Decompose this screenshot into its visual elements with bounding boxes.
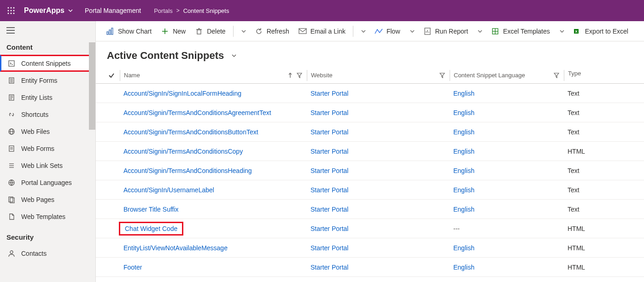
row-language[interactable]: English	[450, 109, 564, 116]
row-website[interactable]: Starter Portal	[307, 90, 450, 97]
select-all-check[interactable]	[103, 72, 120, 79]
row-website[interactable]: Starter Portal	[307, 128, 450, 136]
plus-icon	[161, 27, 169, 35]
run-report-button[interactable]: Run Report	[419, 21, 473, 41]
row-website[interactable]: Starter Portal	[307, 186, 450, 194]
show-chart-button[interactable]: Show Chart	[101, 21, 156, 41]
email-link-chevron[interactable]	[357, 21, 370, 41]
row-type: Text	[564, 206, 644, 213]
svg-rect-44	[299, 29, 306, 34]
row-name[interactable]: Footer	[120, 264, 307, 271]
svg-rect-36	[107, 32, 108, 35]
excel-templates-chevron[interactable]	[556, 21, 568, 41]
app-switch-chevron-icon[interactable]	[67, 7, 74, 14]
table-row[interactable]: Account/SignIn/SignInLocalFormHeadingSta…	[96, 84, 644, 103]
view-chevron-icon[interactable]	[230, 52, 238, 59]
sidebar-item-shortcuts[interactable]: Shortcuts	[0, 106, 95, 123]
svg-rect-37	[109, 30, 111, 35]
sidebar-item-web-link-sets[interactable]: Web Link Sets	[0, 157, 95, 174]
col-header-language[interactable]: Content Snippet Language	[450, 70, 564, 81]
breadcrumb-parent[interactable]: Portals	[154, 7, 172, 14]
col-header-website[interactable]: Website	[307, 70, 450, 81]
sidebar-item-portal-languages[interactable]: Portal Languages	[0, 174, 95, 191]
row-website[interactable]: Starter Portal	[307, 264, 450, 271]
row-name[interactable]: Account/Signin/TermsAndConditionsHeading	[120, 167, 307, 174]
delete-chevron[interactable]	[237, 21, 250, 41]
sidebar-item-web-templates[interactable]: Web Templates	[0, 208, 95, 225]
svg-point-2	[13, 7, 15, 9]
run-report-chevron[interactable]	[474, 21, 486, 41]
row-type: HTML	[564, 244, 644, 252]
filter-icon[interactable]	[297, 73, 302, 78]
svg-marker-55	[297, 73, 302, 78]
sidebar-item-entity-forms[interactable]: Entity Forms	[0, 72, 95, 89]
row-language[interactable]: English	[450, 148, 564, 155]
excel-templates-label: Excel Templates	[503, 28, 550, 35]
sidebar-item-contacts[interactable]: Contacts	[0, 245, 95, 262]
sidebar-item-web-forms[interactable]: Web Forms	[0, 140, 95, 157]
row-website[interactable]: Starter Portal	[307, 109, 450, 116]
row-name[interactable]: Account/SignIn/UsernameLabel	[120, 186, 307, 194]
row-name[interactable]: Account/Signin/TermsAndConditionsCopy	[120, 148, 307, 155]
sidebar-item-entity-lists[interactable]: Entity Lists	[0, 89, 95, 106]
row-website[interactable]: Starter Portal	[307, 148, 450, 155]
table-row[interactable]: Account/Signin/TermsAndConditionsCopySta…	[96, 142, 644, 161]
row-language[interactable]: English	[450, 128, 564, 136]
table-row[interactable]: Chat Widget CodeStarter Portal---HTML	[96, 219, 644, 238]
new-button[interactable]: New	[156, 21, 190, 41]
row-name[interactable]: Chat Widget Code	[120, 222, 307, 236]
app-name[interactable]: PowerApps	[24, 6, 64, 15]
row-language[interactable]: English	[450, 264, 564, 271]
row-website[interactable]: Starter Portal	[307, 206, 450, 213]
table-row[interactable]: EntityList/ViewNotAvailableMessageStarte…	[96, 238, 644, 258]
sidebar-item-web-files[interactable]: Web Files	[0, 123, 95, 140]
delete-button[interactable]: Delete	[190, 21, 230, 41]
sidebar-item-content-snippets[interactable]: Content Snippets	[0, 55, 95, 72]
email-link-button[interactable]: Email a Link	[294, 21, 350, 41]
row-website[interactable]: Starter Portal	[307, 225, 450, 232]
flow-button[interactable]: Flow	[370, 21, 405, 41]
app-launcher-icon[interactable]	[6, 5, 17, 16]
excel-templates-button[interactable]: Excel Templates	[486, 21, 555, 41]
row-language[interactable]: English	[450, 244, 564, 252]
row-website[interactable]: Starter Portal	[307, 167, 450, 174]
sort-asc-icon[interactable]	[287, 73, 293, 78]
flow-chevron[interactable]	[406, 21, 419, 41]
row-language[interactable]: English	[450, 167, 564, 174]
svg-point-5	[13, 10, 15, 12]
trash-icon	[195, 27, 203, 35]
row-name[interactable]: Account/Signin/TermsAndConditionsButtonT…	[120, 128, 307, 136]
refresh-button[interactable]: Refresh	[250, 21, 294, 41]
export-excel-button[interactable]: X Export to Excel	[568, 21, 633, 41]
row-name[interactable]: EntityList/ViewNotAvailableMessage	[120, 244, 307, 252]
web-templates-icon	[7, 213, 16, 221]
col-header-name[interactable]: Name	[120, 70, 307, 81]
filter-icon[interactable]	[554, 73, 559, 78]
web-forms-icon	[7, 144, 16, 153]
table-row[interactable]: Account/Signin/TermsAndConditionsAgreeme…	[96, 103, 644, 122]
view-title[interactable]: Active Content Snippets	[107, 50, 224, 62]
excel-icon: X	[573, 27, 581, 35]
sidebar-item-web-pages[interactable]: Web Pages	[0, 191, 95, 208]
table-row[interactable]: Account/Signin/TermsAndConditionsButtonT…	[96, 122, 644, 142]
row-type: Text	[564, 109, 644, 116]
sidebar-toggle[interactable]	[0, 21, 95, 40]
row-name[interactable]: Account/Signin/TermsAndConditionsAgreeme…	[120, 109, 307, 116]
row-name[interactable]: Browser Title Suffix	[120, 206, 307, 213]
web-pages-icon	[7, 196, 16, 204]
row-website[interactable]: Starter Portal	[307, 244, 450, 252]
row-language[interactable]: English	[450, 90, 564, 97]
row-name[interactable]: Account/SignIn/SignInLocalFormHeading	[120, 90, 307, 97]
table-row[interactable]: Account/Signin/TermsAndConditionsHeading…	[96, 161, 644, 180]
new-label: New	[173, 28, 186, 35]
table-row[interactable]: FooterStarter PortalEnglishHTML	[96, 258, 644, 277]
filter-icon[interactable]	[439, 73, 445, 78]
row-language[interactable]: English	[450, 186, 564, 194]
col-header-type[interactable]: Type	[564, 70, 644, 81]
table-row[interactable]: Browser Title SuffixStarter PortalEnglis…	[96, 200, 644, 219]
area-name[interactable]: Portal Management	[85, 7, 141, 14]
row-language[interactable]: English	[450, 206, 564, 213]
table-row[interactable]: Account/SignIn/UsernameLabelStarter Port…	[96, 180, 644, 200]
sidebar-scrollbar[interactable]	[89, 42, 95, 130]
group-security-header: Security	[0, 230, 95, 245]
